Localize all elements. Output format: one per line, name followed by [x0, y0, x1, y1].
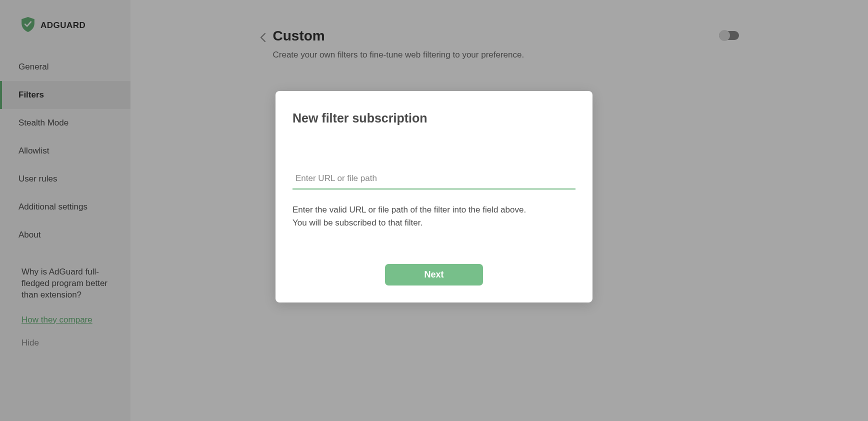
- modal-title: New filter subscription: [292, 111, 576, 126]
- filter-url-input[interactable]: [292, 170, 576, 190]
- new-filter-subscription-modal: New filter subscription Enter the valid …: [276, 91, 592, 302]
- modal-actions: Next: [292, 264, 576, 286]
- modal-help-text: Enter the valid URL or file path of the …: [292, 204, 576, 229]
- next-button[interactable]: Next: [385, 264, 482, 286]
